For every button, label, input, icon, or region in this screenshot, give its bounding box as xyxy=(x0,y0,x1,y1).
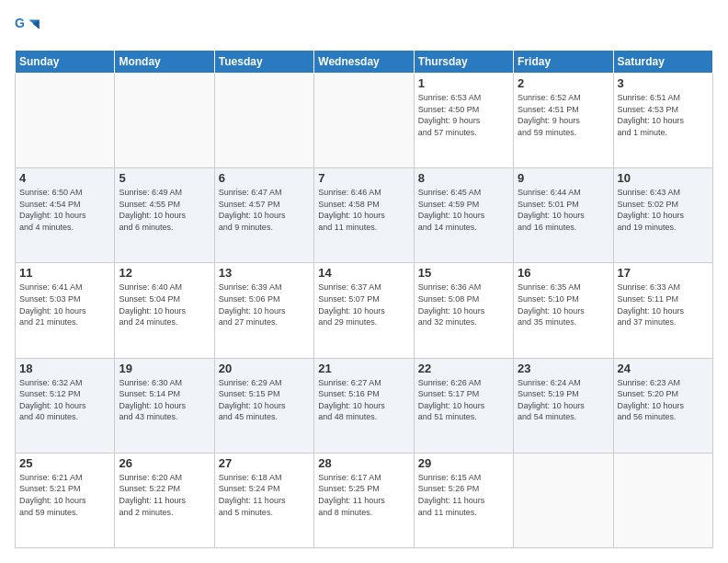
calendar-cell: 18Sunrise: 6:32 AM Sunset: 5:12 PM Dayli… xyxy=(16,358,115,453)
day-number: 15 xyxy=(418,266,509,280)
calendar-cell: 17Sunrise: 6:33 AM Sunset: 5:11 PM Dayli… xyxy=(613,263,712,358)
calendar-cell xyxy=(514,453,613,547)
weekday-header-sunday: Sunday xyxy=(16,51,115,74)
day-number: 24 xyxy=(618,362,709,375)
weekday-header-thursday: Thursday xyxy=(414,51,513,74)
day-info: Sunrise: 6:45 AM Sunset: 4:59 PM Dayligh… xyxy=(418,187,509,233)
day-number: 25 xyxy=(19,456,110,470)
day-number: 16 xyxy=(518,266,609,280)
calendar-cell: 25Sunrise: 6:21 AM Sunset: 5:21 PM Dayli… xyxy=(16,453,115,547)
day-number: 17 xyxy=(618,266,709,280)
day-number: 1 xyxy=(418,76,509,90)
logo: G xyxy=(15,15,42,40)
calendar-cell xyxy=(115,74,214,168)
calendar-cell: 10Sunrise: 6:43 AM Sunset: 5:02 PM Dayli… xyxy=(613,168,712,263)
calendar-page: G SundayMondayTuesdayWednesdayThursdayFr… xyxy=(0,0,728,563)
calendar-cell: 4Sunrise: 6:50 AM Sunset: 4:54 PM Daylig… xyxy=(16,168,115,263)
weekday-header-tuesday: Tuesday xyxy=(214,51,313,74)
calendar-cell xyxy=(16,74,115,168)
calendar-cell xyxy=(613,453,712,547)
day-number: 21 xyxy=(318,362,409,375)
day-info: Sunrise: 6:36 AM Sunset: 5:08 PM Dayligh… xyxy=(418,282,509,327)
weekday-header-friday: Friday xyxy=(514,51,613,74)
header: G xyxy=(15,15,713,40)
calendar-cell: 5Sunrise: 6:49 AM Sunset: 4:55 PM Daylig… xyxy=(115,168,214,263)
day-number: 10 xyxy=(618,171,709,185)
svg-text:G: G xyxy=(15,16,25,30)
day-info: Sunrise: 6:47 AM Sunset: 4:57 PM Dayligh… xyxy=(219,187,310,233)
day-number: 23 xyxy=(518,362,609,375)
weekday-header-monday: Monday xyxy=(115,51,214,74)
calendar-cell: 22Sunrise: 6:26 AM Sunset: 5:17 PM Dayli… xyxy=(414,358,513,453)
calendar-cell: 14Sunrise: 6:37 AM Sunset: 5:07 PM Dayli… xyxy=(314,263,414,358)
calendar-week-row: 4Sunrise: 6:50 AM Sunset: 4:54 PM Daylig… xyxy=(16,168,713,263)
day-info: Sunrise: 6:40 AM Sunset: 5:04 PM Dayligh… xyxy=(119,282,210,327)
calendar-header-row: SundayMondayTuesdayWednesdayThursdayFrid… xyxy=(16,51,713,74)
day-info: Sunrise: 6:41 AM Sunset: 5:03 PM Dayligh… xyxy=(19,282,110,327)
day-info: Sunrise: 6:46 AM Sunset: 4:58 PM Dayligh… xyxy=(318,187,409,233)
calendar-cell xyxy=(314,74,414,168)
day-info: Sunrise: 6:26 AM Sunset: 5:17 PM Dayligh… xyxy=(418,377,509,423)
day-info: Sunrise: 6:43 AM Sunset: 5:02 PM Dayligh… xyxy=(618,187,709,233)
day-info: Sunrise: 6:17 AM Sunset: 5:25 PM Dayligh… xyxy=(318,472,409,518)
day-number: 26 xyxy=(119,456,210,470)
day-info: Sunrise: 6:27 AM Sunset: 5:16 PM Dayligh… xyxy=(318,377,409,423)
day-info: Sunrise: 6:49 AM Sunset: 4:55 PM Dayligh… xyxy=(119,187,210,233)
calendar-cell: 7Sunrise: 6:46 AM Sunset: 4:58 PM Daylig… xyxy=(314,168,414,263)
day-number: 20 xyxy=(219,362,310,375)
day-number: 5 xyxy=(119,171,210,185)
day-number: 12 xyxy=(119,266,210,280)
day-info: Sunrise: 6:53 AM Sunset: 4:50 PM Dayligh… xyxy=(418,92,509,138)
day-info: Sunrise: 6:20 AM Sunset: 5:22 PM Dayligh… xyxy=(119,472,210,518)
calendar-cell: 16Sunrise: 6:35 AM Sunset: 5:10 PM Dayli… xyxy=(514,263,613,358)
calendar-table: SundayMondayTuesdayWednesdayThursdayFrid… xyxy=(15,50,713,548)
calendar-cell xyxy=(214,74,313,168)
day-number: 4 xyxy=(19,171,110,185)
day-info: Sunrise: 6:24 AM Sunset: 5:19 PM Dayligh… xyxy=(518,377,609,423)
day-number: 19 xyxy=(119,362,210,375)
calendar-cell: 19Sunrise: 6:30 AM Sunset: 5:14 PM Dayli… xyxy=(115,358,214,453)
calendar-week-row: 25Sunrise: 6:21 AM Sunset: 5:21 PM Dayli… xyxy=(16,453,713,547)
calendar-cell: 23Sunrise: 6:24 AM Sunset: 5:19 PM Dayli… xyxy=(514,358,613,453)
calendar-cell: 1Sunrise: 6:53 AM Sunset: 4:50 PM Daylig… xyxy=(414,74,513,168)
day-info: Sunrise: 6:39 AM Sunset: 5:06 PM Dayligh… xyxy=(219,282,310,327)
calendar-cell: 24Sunrise: 6:23 AM Sunset: 5:20 PM Dayli… xyxy=(613,358,712,453)
day-info: Sunrise: 6:18 AM Sunset: 5:24 PM Dayligh… xyxy=(219,472,310,518)
day-number: 14 xyxy=(318,266,409,280)
calendar-cell: 27Sunrise: 6:18 AM Sunset: 5:24 PM Dayli… xyxy=(214,453,313,547)
day-number: 29 xyxy=(418,456,509,470)
day-number: 6 xyxy=(219,171,310,185)
calendar-cell: 9Sunrise: 6:44 AM Sunset: 5:01 PM Daylig… xyxy=(514,168,613,263)
day-number: 28 xyxy=(318,456,409,470)
day-number: 13 xyxy=(219,266,310,280)
day-number: 3 xyxy=(618,76,709,90)
day-info: Sunrise: 6:23 AM Sunset: 5:20 PM Dayligh… xyxy=(618,377,709,423)
day-info: Sunrise: 6:51 AM Sunset: 4:53 PM Dayligh… xyxy=(618,92,709,138)
calendar-cell: 29Sunrise: 6:15 AM Sunset: 5:26 PM Dayli… xyxy=(414,453,513,547)
day-info: Sunrise: 6:44 AM Sunset: 5:01 PM Dayligh… xyxy=(518,187,609,233)
day-number: 22 xyxy=(418,362,509,375)
calendar-cell: 21Sunrise: 6:27 AM Sunset: 5:16 PM Dayli… xyxy=(314,358,414,453)
day-number: 7 xyxy=(318,171,409,185)
calendar-cell: 8Sunrise: 6:45 AM Sunset: 4:59 PM Daylig… xyxy=(414,168,513,263)
day-info: Sunrise: 6:35 AM Sunset: 5:10 PM Dayligh… xyxy=(518,282,609,327)
calendar-week-row: 11Sunrise: 6:41 AM Sunset: 5:03 PM Dayli… xyxy=(16,263,713,358)
calendar-cell: 3Sunrise: 6:51 AM Sunset: 4:53 PM Daylig… xyxy=(613,74,712,168)
day-info: Sunrise: 6:15 AM Sunset: 5:26 PM Dayligh… xyxy=(418,472,509,518)
day-info: Sunrise: 6:30 AM Sunset: 5:14 PM Dayligh… xyxy=(119,377,210,423)
calendar-cell: 2Sunrise: 6:52 AM Sunset: 4:51 PM Daylig… xyxy=(514,74,613,168)
weekday-header-wednesday: Wednesday xyxy=(314,51,414,74)
day-number: 2 xyxy=(518,76,609,90)
calendar-week-row: 18Sunrise: 6:32 AM Sunset: 5:12 PM Dayli… xyxy=(16,358,713,453)
calendar-cell: 12Sunrise: 6:40 AM Sunset: 5:04 PM Dayli… xyxy=(115,263,214,358)
calendar-cell: 6Sunrise: 6:47 AM Sunset: 4:57 PM Daylig… xyxy=(214,168,313,263)
calendar-cell: 20Sunrise: 6:29 AM Sunset: 5:15 PM Dayli… xyxy=(214,358,313,453)
day-info: Sunrise: 6:52 AM Sunset: 4:51 PM Dayligh… xyxy=(518,92,609,138)
logo-icon: G xyxy=(15,15,40,40)
day-info: Sunrise: 6:29 AM Sunset: 5:15 PM Dayligh… xyxy=(219,377,310,423)
day-info: Sunrise: 6:37 AM Sunset: 5:07 PM Dayligh… xyxy=(318,282,409,327)
day-info: Sunrise: 6:33 AM Sunset: 5:11 PM Dayligh… xyxy=(618,282,709,327)
day-number: 18 xyxy=(19,362,110,375)
day-number: 8 xyxy=(418,171,509,185)
calendar-cell: 26Sunrise: 6:20 AM Sunset: 5:22 PM Dayli… xyxy=(115,453,214,547)
